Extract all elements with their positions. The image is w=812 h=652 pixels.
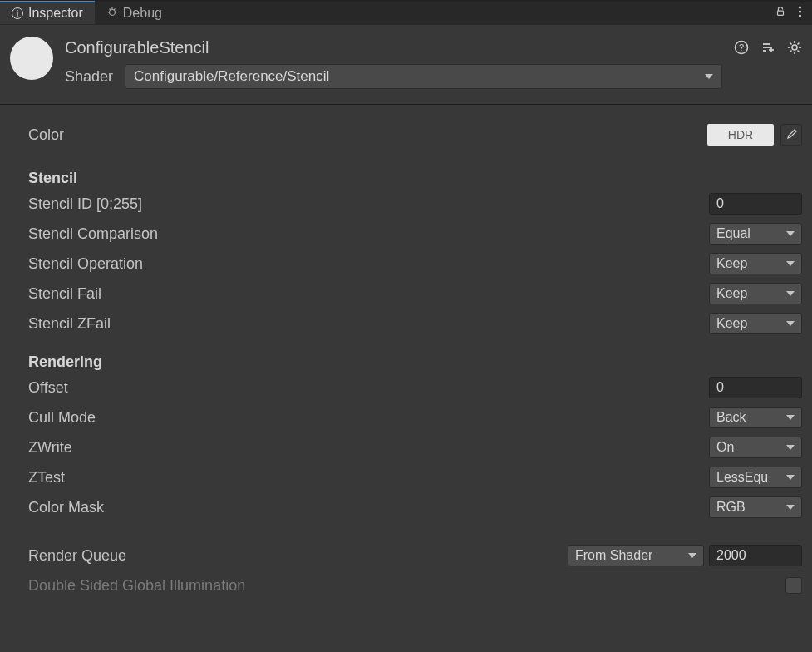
tab-debug-label: Debug — [123, 6, 162, 21]
stencil-comparison-dropdown[interactable]: Equal — [709, 223, 802, 244]
cull-mode-dropdown[interactable]: Back — [709, 407, 802, 428]
svg-line-24 — [790, 51, 792, 52]
stencil-zfail-label: Stencil ZFail — [28, 315, 709, 333]
stencil-comparison-label: Stencil Comparison — [28, 225, 709, 243]
double-sided-gi-row: Double Sided Global Illumination — [28, 570, 802, 600]
zwrite-label: ZWrite — [28, 439, 709, 457]
svg-line-25 — [798, 43, 800, 45]
stencil-comparison-value: Equal — [716, 226, 750, 241]
hdr-badge: HDR — [728, 128, 753, 141]
info-icon: i — [12, 7, 23, 19]
svg-point-10 — [736, 42, 748, 54]
svg-line-22 — [790, 43, 792, 45]
chevron-down-icon — [786, 261, 795, 266]
ztest-value: LessEqu — [716, 470, 768, 485]
render-queue-value: 2000 — [716, 548, 746, 563]
svg-point-7 — [799, 6, 801, 8]
chevron-down-icon — [786, 291, 795, 296]
tab-bar: i Inspector Debug — [0, 0, 812, 25]
shader-dropdown[interactable]: Configurable/Reference/Stencil — [125, 64, 722, 89]
svg-point-17 — [792, 45, 797, 50]
material-name: ConfigurableStencil — [65, 38, 209, 57]
offset-input[interactable]: 0 — [709, 377, 802, 398]
stencil-operation-label: Stencil Operation — [28, 255, 709, 273]
stencil-operation-row: Stencil Operation Keep — [28, 249, 802, 279]
stencil-fail-value: Keep — [716, 286, 747, 301]
stencil-comparison-row: Stencil Comparison Equal — [28, 219, 802, 249]
ztest-label: ZTest — [28, 469, 709, 487]
svg-point-8 — [799, 10, 801, 12]
stencil-operation-dropdown[interactable]: Keep — [709, 253, 802, 274]
zwrite-value: On — [716, 440, 734, 455]
svg-line-23 — [798, 51, 800, 52]
stencil-fail-label: Stencil Fail — [28, 285, 709, 303]
rendering-heading: Rendering — [28, 353, 802, 371]
material-preview-icon[interactable] — [10, 37, 53, 80]
chevron-down-icon — [688, 553, 696, 558]
render-queue-mode-dropdown[interactable]: From Shader — [568, 545, 704, 566]
color-swatch[interactable]: HDR — [707, 124, 774, 146]
stencil-heading: Stencil — [28, 170, 802, 187]
svg-point-9 — [799, 14, 801, 17]
color-mask-row: Color Mask RGB — [28, 492, 802, 522]
shader-value: Configurable/Reference/Stencil — [134, 68, 329, 85]
bug-icon — [106, 6, 118, 21]
stencil-id-value: 0 — [716, 196, 724, 211]
color-row: Color HDR — [28, 120, 802, 150]
stencil-fail-dropdown[interactable]: Keep — [709, 283, 802, 304]
double-sided-gi-checkbox[interactable] — [785, 577, 802, 594]
color-mask-value: RGB — [716, 500, 746, 515]
offset-label: Offset — [28, 379, 709, 397]
shader-label: Shader — [65, 68, 115, 86]
tab-inspector-label: Inspector — [28, 6, 83, 21]
help-icon[interactable]: ? — [734, 40, 749, 58]
color-mask-label: Color Mask — [28, 499, 709, 516]
offset-row: Offset 0 — [28, 373, 802, 403]
ztest-row: ZTest LessEqu — [28, 462, 802, 492]
svg-rect-6 — [778, 11, 784, 15]
offset-value: 0 — [716, 380, 724, 395]
stencil-operation-value: Keep — [716, 256, 747, 271]
svg-line-5 — [114, 9, 116, 11]
lock-icon[interactable] — [775, 6, 786, 21]
chevron-down-icon — [705, 74, 713, 79]
stencil-id-input[interactable]: 0 — [709, 193, 802, 215]
chevron-down-icon — [786, 231, 795, 236]
tab-debug[interactable]: Debug — [95, 2, 174, 25]
color-mask-dropdown[interactable]: RGB — [709, 496, 802, 518]
double-sided-gi-label: Double Sided Global Illumination — [28, 577, 785, 595]
eyedropper-button[interactable] — [780, 124, 802, 146]
chevron-down-icon — [786, 475, 795, 480]
render-queue-row: Render Queue From Shader 2000 — [28, 541, 802, 570]
cull-mode-row: Cull Mode Back — [28, 403, 802, 432]
stencil-zfail-dropdown[interactable]: Keep — [709, 313, 802, 334]
svg-point-0 — [109, 9, 115, 15]
chevron-down-icon — [786, 415, 795, 420]
gear-icon[interactable] — [787, 40, 802, 58]
zwrite-row: ZWrite On — [28, 432, 802, 462]
svg-text:?: ? — [739, 42, 744, 52]
inspector-body: Color HDR Stencil Stencil ID [0;255] 0 S… — [0, 105, 812, 610]
material-header: ConfigurableStencil Shader Configurable/… — [0, 25, 812, 96]
chevron-down-icon — [786, 321, 795, 326]
eyedropper-icon — [785, 128, 798, 141]
svg-line-4 — [109, 9, 111, 11]
chevron-down-icon — [786, 505, 795, 510]
stencil-id-row: Stencil ID [0;255] 0 — [28, 189, 802, 219]
stencil-fail-row: Stencil Fail Keep — [28, 279, 802, 309]
presets-icon[interactable] — [760, 40, 775, 58]
menu-icon[interactable] — [798, 5, 802, 22]
cull-mode-value: Back — [716, 410, 746, 425]
color-label: Color — [28, 126, 707, 144]
stencil-zfail-row: Stencil ZFail Keep — [28, 309, 802, 338]
zwrite-dropdown[interactable]: On — [709, 437, 802, 458]
chevron-down-icon — [786, 445, 795, 450]
tab-inspector[interactable]: i Inspector — [0, 1, 95, 24]
stencil-zfail-value: Keep — [716, 316, 747, 331]
cull-mode-label: Cull Mode — [28, 409, 709, 427]
ztest-dropdown[interactable]: LessEqu — [709, 467, 802, 488]
render-queue-mode-value: From Shader — [575, 548, 652, 563]
render-queue-label: Render Queue — [28, 547, 568, 565]
render-queue-input[interactable]: 2000 — [709, 545, 802, 566]
stencil-id-label: Stencil ID [0;255] — [28, 195, 709, 213]
